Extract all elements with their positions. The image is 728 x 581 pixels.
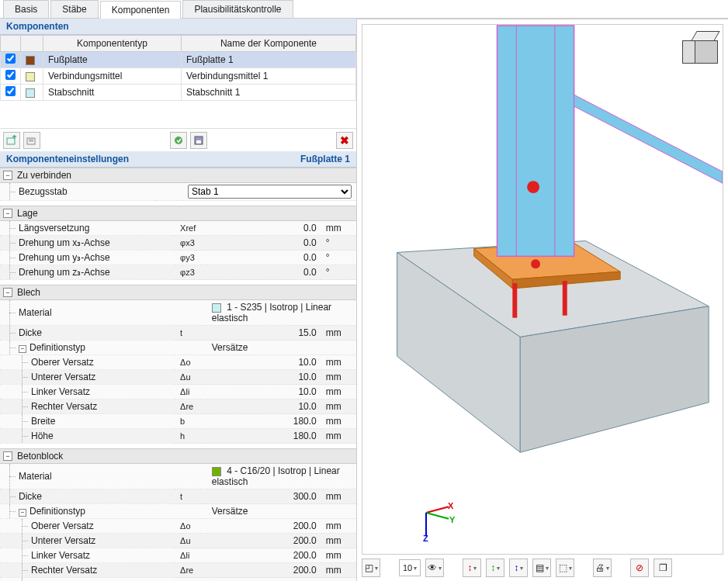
3d-viewport[interactable]: X Y Z (362, 24, 723, 555)
material-value-cell[interactable]: 4 - C16/20 | Isotrop | Linear elastisch (207, 464, 356, 489)
svg-point-2 (175, 137, 182, 144)
tab-staebe[interactable]: Stäbe (50, 0, 98, 18)
bezugsstab-select[interactable]: Stab 1 (188, 185, 352, 199)
prop-value[interactable]: 10.0 (207, 399, 321, 414)
prop-value[interactable]: 180.0 (207, 429, 321, 444)
view-cube[interactable] (682, 31, 716, 65)
prop-value[interactable]: 10.0 (207, 385, 321, 399)
settings-scroll[interactable]: − Zu verbinden Bezugsstab Stab 1 − Lag (0, 168, 356, 581)
prop-label: Rechter Versatz (0, 399, 175, 414)
prop-symbol: Δu (175, 370, 207, 385)
prop-value[interactable]: Versätze (207, 504, 356, 519)
prop-symbol: Xref (175, 221, 207, 236)
svg-marker-14 (574, 95, 723, 183)
print-button[interactable]: 🖨▾ (593, 559, 612, 577)
prop-symbol: b (175, 578, 207, 582)
prop-value[interactable]: 0.0 (207, 221, 321, 236)
prop-value[interactable]: 10.0 (207, 370, 321, 385)
prop-label: Oberer Versatz (0, 519, 175, 534)
prop-value[interactable]: 0.0 (207, 251, 321, 265)
svg-rect-17 (512, 283, 517, 318)
prop-label: Oberer Versatz (0, 355, 175, 370)
viewport-toolbar: ◰▾ 10▾ 👁▾ ↕▾ ↕▾ ↕▾ ▤▾ ⬚▾ 🖨▾ ⊘ ❐ (362, 558, 723, 578)
prop-value[interactable]: 180.0 (207, 414, 321, 429)
prop-symbol: Δo (175, 519, 207, 534)
row-checkbox[interactable] (5, 70, 16, 80)
prop-bezugsstab-label: Bezugsstab (0, 183, 155, 201)
components-grid[interactable]: Komponententyp Name der Komponente Fußpl… (0, 35, 356, 128)
prop-symbol: Δli (175, 385, 207, 399)
prop-unit: mm (321, 548, 356, 563)
prop-deftyp-label[interactable]: −Definitionstyp (0, 341, 175, 355)
layers-button[interactable]: ▤▾ (532, 559, 551, 577)
color-icon (26, 72, 35, 81)
component-type-cell: Verbindungsmittel (43, 68, 182, 85)
tab-basis[interactable]: Basis (3, 0, 49, 18)
group-lage[interactable]: − Lage (0, 206, 356, 221)
prop-value[interactable]: 300.0 (207, 489, 321, 504)
wireframe-button[interactable]: ⬚▾ (556, 559, 574, 577)
prop-label: Drehung um z₃-Achse (0, 265, 175, 280)
prop-value[interactable]: 580.0 (207, 578, 321, 582)
row-checkbox[interactable] (5, 86, 16, 96)
prop-label: Drehung um y₃-Achse (0, 251, 175, 265)
material-color-icon (212, 303, 221, 313)
align-x-button[interactable]: ↕▾ (463, 559, 481, 577)
edit-button[interactable] (23, 132, 40, 149)
collapse-icon[interactable]: − (3, 171, 12, 180)
refresh-button[interactable] (170, 132, 187, 149)
table-row[interactable]: VerbindungsmittelVerbindungsmittel 1 (1, 68, 356, 85)
col-name-header: Name der Komponente (181, 36, 355, 52)
prop-value[interactable]: 0.0 (207, 265, 321, 280)
select-tool-button[interactable]: ◰▾ (362, 559, 380, 577)
material-value-cell[interactable]: 1 - S235 | Isotrop | Linear elastisch (207, 300, 356, 326)
prop-label: Dicke (0, 489, 175, 504)
prop-label: Dicke (0, 326, 175, 341)
group-blech[interactable]: − Blech (0, 285, 356, 300)
prop-deftyp-label[interactable]: −Definitionstyp (0, 504, 175, 519)
expand-icon[interactable]: − (19, 509, 26, 517)
delete-button[interactable]: ✖ (336, 132, 353, 149)
prop-label: Rechter Versatz (0, 563, 175, 578)
table-row[interactable]: StabschnittStabschnitt 1 (1, 85, 356, 101)
align-z-button[interactable]: ↕▾ (509, 559, 528, 577)
cancel-action-button[interactable]: ⊘ (630, 559, 649, 577)
tab-komponenten[interactable]: Komponenten (100, 1, 182, 19)
prop-label: Unterer Versatz (0, 534, 175, 548)
save-button[interactable] (190, 132, 207, 149)
prop-symbol: h (175, 429, 207, 444)
show-loads-button[interactable]: 👁▾ (425, 559, 444, 577)
color-icon (26, 56, 35, 65)
prop-label: Breite (0, 414, 175, 429)
prop-value[interactable]: 0.0 (207, 236, 321, 251)
prop-unit: mm (321, 370, 356, 385)
zoom-level-select[interactable]: 10▾ (399, 559, 421, 576)
svg-rect-4 (196, 140, 201, 144)
tab-plausibilitaet[interactable]: Plausibilitätskontrolle (182, 0, 293, 18)
align-y-button[interactable]: ↕▾ (486, 559, 504, 577)
component-name-cell: Verbindungsmittel 1 (181, 68, 355, 85)
table-row[interactable]: FußplatteFußplatte 1 (1, 52, 356, 68)
prop-value[interactable]: 200.0 (207, 563, 321, 578)
add-button[interactable] (3, 132, 20, 149)
collapse-icon[interactable]: − (3, 209, 12, 218)
prop-value[interactable]: 10.0 (207, 355, 321, 370)
komponenten-section-title: Komponenten (0, 19, 356, 35)
expand-icon[interactable]: − (19, 345, 26, 353)
scene-svg (362, 25, 723, 554)
prop-value[interactable]: 15.0 (207, 326, 321, 341)
prop-symbol: φy3 (175, 251, 207, 265)
prop-unit: mm (321, 355, 356, 370)
prop-value[interactable]: 200.0 (207, 519, 321, 534)
new-window-button[interactable]: ❐ (653, 559, 672, 577)
group-betonblock[interactable]: − Betonblock (0, 448, 356, 464)
row-checkbox[interactable] (5, 54, 16, 64)
prop-value[interactable]: 200.0 (207, 534, 321, 548)
col-type-header: Komponententyp (43, 36, 182, 52)
collapse-icon[interactable]: − (3, 451, 12, 461)
prop-value[interactable]: Versätze (207, 341, 356, 355)
group-zu-verbinden[interactable]: − Zu verbinden (0, 168, 356, 183)
axis-gizmo[interactable]: X Y Z (411, 496, 457, 543)
prop-value[interactable]: 200.0 (207, 548, 321, 563)
collapse-icon[interactable]: − (3, 288, 12, 297)
